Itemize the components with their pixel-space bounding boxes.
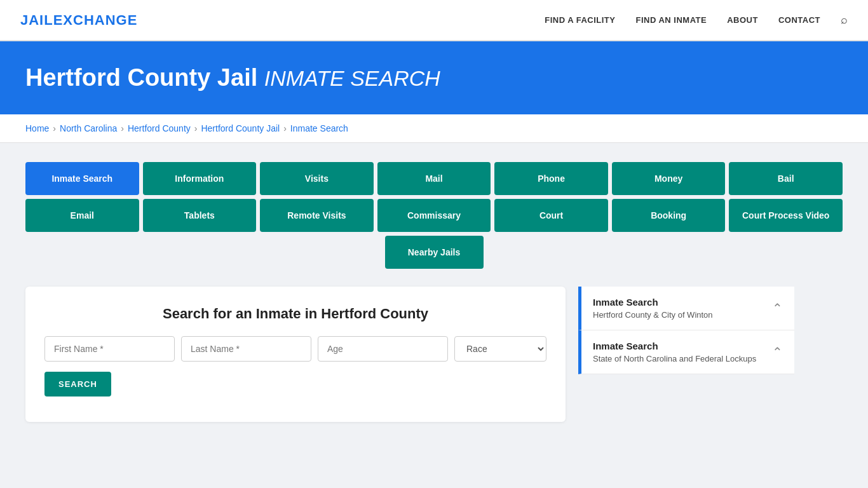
tab-information[interactable]: Information — [143, 162, 257, 195]
bottom-section: Search for an Inmate in Hertford County … — [25, 287, 843, 422]
page-title: Hertford County Jail INMATE SEARCH — [25, 64, 843, 92]
tab-bail[interactable]: Bail — [729, 162, 843, 195]
sidebar-card-title-0: Inmate Search — [593, 297, 713, 308]
breadcrumb-separator: › — [194, 123, 198, 133]
breadcrumb-separator: › — [283, 123, 287, 133]
main-content: Inmate SearchInformationVisitsMailPhoneM… — [0, 143, 868, 441]
tab-inmate-search[interactable]: Inmate Search — [25, 162, 139, 195]
nav-find-inmate[interactable]: FIND AN INMATE — [635, 15, 707, 25]
age-input[interactable] — [318, 336, 448, 362]
sidebar-card-0[interactable]: Inmate Search Hertford County & City of … — [578, 287, 794, 330]
form-row-names: RaceWhiteBlackHispanicAsianOther — [44, 336, 546, 362]
search-icon[interactable]: ⌕ — [841, 13, 848, 27]
breadcrumb-separator: › — [53, 123, 56, 133]
logo-part1: JAIL — [20, 12, 53, 28]
sidebar-card-subtitle-1: State of North Carolina and Federal Lock… — [593, 354, 756, 363]
hero-title-main: Hertford County Jail — [25, 64, 257, 91]
tab-court[interactable]: Court — [494, 199, 608, 232]
breadcrumb-hertford-county[interactable]: Hertford County — [128, 123, 191, 133]
breadcrumb-inmate-search[interactable]: Inmate Search — [290, 123, 348, 133]
sidebar-card-content-0: Inmate Search Hertford County & City of … — [593, 297, 713, 320]
tab-visits[interactable]: Visits — [260, 162, 374, 195]
sidebar-card-title-1: Inmate Search — [593, 341, 756, 351]
navbar: JAILEXCHANGE FIND A FACILITYFIND AN INMA… — [0, 0, 868, 41]
tab-remote-visits[interactable]: Remote Visits — [260, 199, 374, 232]
sidebar-card-content-1: Inmate Search State of North Carolina an… — [593, 341, 756, 363]
search-form-title: Search for an Inmate in Hertford County — [44, 306, 546, 322]
sidebar-card-subtitle-0: Hertford County & City of Winton — [593, 310, 713, 320]
search-form-card: Search for an Inmate in Hertford County … — [25, 287, 566, 422]
logo-part2: EXCHANGE — [53, 12, 138, 28]
hero-title-italic: INMATE SEARCH — [264, 66, 440, 90]
logo[interactable]: JAILEXCHANGE — [20, 12, 137, 29]
breadcrumb-home[interactable]: Home — [25, 123, 49, 133]
sidebar-cards: Inmate Search Hertford County & City of … — [578, 287, 794, 374]
tab-tablets[interactable]: Tablets — [143, 199, 257, 232]
breadcrumb: Home›North Carolina›Hertford County›Hert… — [0, 114, 868, 143]
form-row-button: SEARCH — [44, 372, 546, 396]
first-name-input[interactable] — [44, 336, 175, 362]
tab-commissary[interactable]: Commissary — [377, 199, 491, 232]
breadcrumb-separator: › — [121, 123, 124, 133]
nav-find-facility[interactable]: FIND A FACILITY — [545, 15, 615, 25]
tab-phone[interactable]: Phone — [494, 162, 608, 195]
breadcrumb-nc[interactable]: North Carolina — [60, 123, 117, 133]
chevron-down-icon: ⌃ — [772, 301, 783, 316]
race-select[interactable]: RaceWhiteBlackHispanicAsianOther — [454, 336, 546, 362]
tab-money[interactable]: Money — [612, 162, 726, 195]
tab-nearby-jails[interactable]: Nearby Jails — [385, 236, 484, 269]
chevron-down-icon: ⌃ — [772, 344, 783, 360]
search-button[interactable]: SEARCH — [44, 372, 111, 396]
nav-contact[interactable]: CONTACT — [778, 15, 820, 25]
tabs-row3: Nearby Jails — [25, 236, 843, 269]
sidebar-card-1[interactable]: Inmate Search State of North Carolina an… — [578, 330, 794, 374]
tab-mail[interactable]: Mail — [377, 162, 491, 195]
tab-booking[interactable]: Booking — [612, 199, 726, 232]
nav-links: FIND A FACILITYFIND AN INMATEABOUTCONTAC… — [545, 13, 848, 27]
tabs-row2: EmailTabletsRemote VisitsCommissaryCourt… — [25, 199, 843, 232]
tab-email[interactable]: Email — [25, 199, 139, 232]
last-name-input[interactable] — [181, 336, 311, 362]
tabs-row1: Inmate SearchInformationVisitsMailPhoneM… — [25, 162, 843, 195]
nav-about[interactable]: ABOUT — [727, 15, 758, 25]
tab-court-process-video[interactable]: Court Process Video — [729, 199, 843, 232]
hero-section: Hertford County Jail INMATE SEARCH — [0, 41, 868, 114]
breadcrumb-hertford-jail[interactable]: Hertford County Jail — [201, 123, 280, 133]
